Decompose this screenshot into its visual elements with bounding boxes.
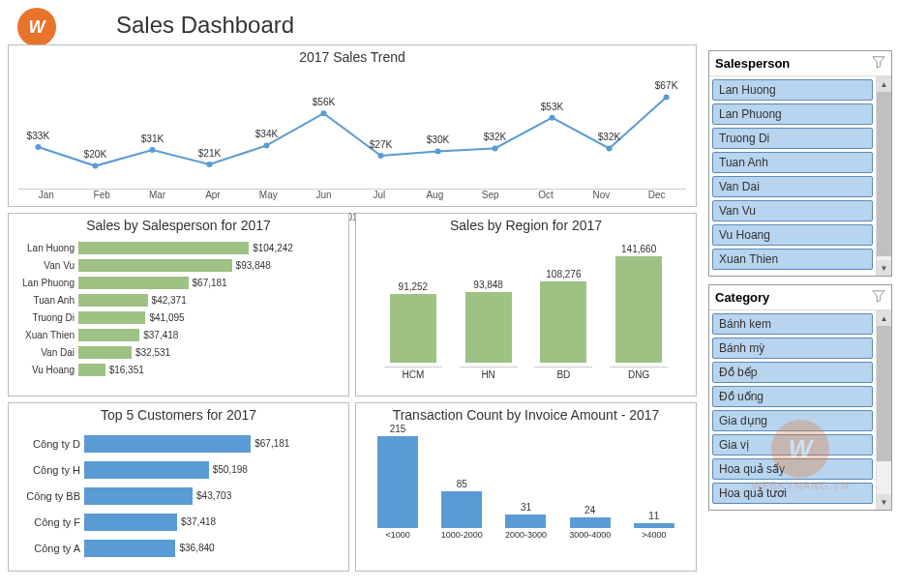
clear-filter-icon[interactable]	[872, 55, 885, 72]
svg-text:$32K: $32K	[598, 132, 621, 142]
svg-point-10	[607, 145, 613, 151]
scroll-down-icon[interactable]: ▼	[877, 260, 891, 276]
slicer-item[interactable]: Vu Hoang	[712, 224, 873, 246]
svg-point-2	[149, 147, 155, 153]
chart-sales-by-salesperson: Sales by Salesperson for 2017 Lan Huong$…	[8, 213, 349, 397]
scrollbar[interactable]: ▲ ▼	[876, 76, 891, 276]
bar-row: Van Vu$93,848	[13, 256, 341, 274]
svg-point-6	[377, 153, 383, 159]
bar-row: Van Dai$32,531	[13, 343, 341, 361]
bar-row: Vu Hoang$16,351	[13, 361, 341, 378]
bar-row: Xuan Thien$37,418	[13, 326, 341, 343]
bar-row: Lan Phuong$67,181	[13, 274, 341, 291]
slicer-item[interactable]: Bánh kem	[712, 313, 873, 335]
slicer-item[interactable]: Hoa quả sấy	[712, 458, 873, 480]
svg-text:$20K: $20K	[84, 149, 107, 160]
slicer-item[interactable]: Lan Huong	[712, 79, 873, 101]
chart-sales-trend: 2017 Sales Trend $33K$20K$31K$21K$34K$56…	[8, 44, 697, 207]
svg-point-3	[206, 162, 212, 167]
slicer-item[interactable]: Tuan Anh	[712, 152, 873, 173]
bar-row: Công ty F$37,418	[16, 509, 341, 535]
svg-point-4	[263, 142, 269, 148]
scroll-up-icon[interactable]: ▲	[877, 310, 891, 326]
svg-point-0	[35, 144, 41, 150]
svg-point-5	[320, 110, 326, 116]
slicer-title: Category	[715, 290, 769, 305]
bar-row: Công ty BB$43,703	[16, 483, 341, 509]
svg-text:$53K: $53K	[541, 102, 564, 112]
slicer-item[interactable]: Bánh mỳ	[712, 338, 873, 359]
bar-row: Truong Di$41,095	[13, 309, 341, 326]
slicer-item[interactable]: Hoa quả tươi	[712, 483, 873, 504]
bar-row: Công ty A$36,840	[16, 535, 341, 561]
chart-top5-customers: Top 5 Customers for 2017 Công ty D$67,18…	[8, 402, 349, 572]
svg-text:$32K: $32K	[484, 132, 507, 142]
bar-row: Lan Huong$104,242	[13, 239, 341, 256]
svg-text:$27K: $27K	[370, 139, 393, 150]
slicer-item[interactable]: Đồ uống	[712, 386, 873, 407]
slicer-title: Salesperson	[715, 56, 790, 71]
slicer-salesperson: Salesperson Lan HuongLan PhuongTruong Di…	[708, 50, 892, 277]
svg-point-7	[434, 148, 440, 154]
clear-filter-icon[interactable]	[872, 289, 885, 306]
slicer-item[interactable]: Gia vị	[712, 434, 873, 456]
svg-point-11	[664, 95, 670, 101]
slicer-category: Category Bánh kemBánh mỳĐồ bếpĐồ uốngGia…	[708, 284, 892, 511]
bar-row: Công ty D$67,181	[16, 430, 341, 456]
slicer-item[interactable]: Van Vu	[712, 200, 873, 221]
slicer-item[interactable]: Đồ bếp	[712, 362, 873, 383]
svg-text:$67K: $67K	[655, 80, 678, 91]
svg-text:$56K: $56K	[313, 97, 336, 107]
svg-point-9	[550, 115, 555, 121]
svg-text:$33K: $33K	[27, 131, 50, 141]
svg-text:$31K: $31K	[141, 133, 165, 144]
slicer-item[interactable]: Lan Phuong	[712, 103, 873, 125]
scroll-up-icon[interactable]: ▲	[877, 76, 891, 92]
svg-point-1	[92, 163, 98, 169]
chart-sales-by-region: Sales by Region for 2017 91,25293,848108…	[355, 213, 697, 397]
slicer-item[interactable]: Xuan Thien	[712, 249, 873, 270]
chart-transaction-count: Transaction Count by Invoice Amount - 20…	[355, 402, 697, 572]
svg-text:$34K: $34K	[255, 129, 279, 139]
slicer-item[interactable]: Truong Di	[712, 128, 873, 149]
slicer-item[interactable]: Gia dụng	[712, 410, 873, 431]
svg-point-8	[492, 145, 497, 151]
bar-row: Công ty H$50,198	[16, 456, 341, 483]
scroll-down-icon[interactable]: ▼	[877, 494, 891, 510]
bar-row: Tuan Anh$42,371	[13, 291, 341, 309]
page-title: Sales Dashboard	[116, 12, 294, 39]
svg-text:$21K: $21K	[198, 148, 222, 159]
svg-text:$30K: $30K	[427, 134, 450, 145]
slicer-item[interactable]: Van Dai	[712, 176, 873, 197]
scrollbar[interactable]: ▲ ▼	[876, 310, 891, 510]
line-chart-svg: $33K$20K$31K$21K$34K$56K$27K$30K$32K$53K…	[9, 69, 696, 185]
